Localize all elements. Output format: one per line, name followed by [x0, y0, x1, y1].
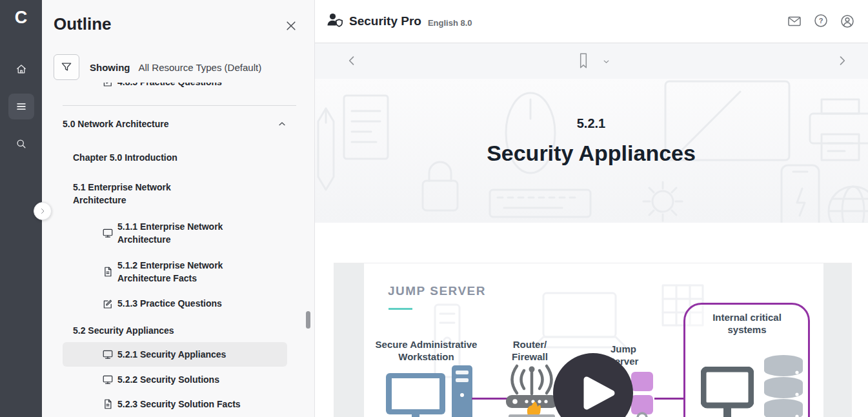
filter-button[interactable]: [54, 54, 79, 80]
play-button[interactable]: [553, 353, 633, 417]
router-firewall-label: Router/ Firewall: [504, 339, 556, 363]
outline-item[interactable]: 5.2.3 Security Solution Facts: [63, 398, 287, 411]
outline-filter-row: Showing All Resource Types (Default): [54, 54, 261, 80]
teal-accent-bar: [389, 308, 412, 310]
svg-text:?: ?: [819, 17, 823, 25]
course-header: Security Pro English 8.0 ?: [314, 0, 868, 43]
outline-item-label: 5.2.3 Security Solution Facts: [117, 398, 241, 411]
help-icon: ?: [813, 21, 829, 30]
panel-expand-button[interactable]: [34, 202, 52, 220]
outline-item[interactable]: 5.1.2 Enterprise Network Architecture Fa…: [63, 259, 287, 285]
search-icon: [15, 137, 28, 150]
account-icon: [840, 14, 855, 29]
funnel-icon: [60, 61, 73, 74]
outline-item-label: 5.1.2 Enterprise Network Architecture Fa…: [117, 259, 266, 285]
comptia-logo: C: [15, 9, 28, 26]
lesson-number: 5.2.1: [314, 116, 868, 131]
course-language-version: English 8.0: [428, 18, 472, 28]
outline-item-label: 5.2.1 Security Appliances: [117, 348, 226, 361]
outline-item[interactable]: 5.0 Network Architecture: [63, 117, 287, 130]
outline-item-label: 5.2 Security Appliances: [73, 324, 174, 337]
lesson-hero: 5.2.1 Security Appliances: [314, 79, 868, 223]
video-letterbox-right: [823, 263, 851, 417]
outline-item[interactable]: 5.2.1 Security Appliances: [63, 342, 287, 367]
outline-panel: Outline Showing All Resource Types (Defa…: [42, 0, 315, 417]
outline-item[interactable]: 5.1 Enterprise Network Architecture: [63, 181, 287, 207]
filter-value[interactable]: All Resource Types (Default): [139, 62, 262, 73]
bookmark-menu-button[interactable]: [602, 57, 611, 66]
outline-item[interactable]: 5.2.2 Security Solutions: [63, 373, 287, 386]
sidebar-search-button[interactable]: [8, 131, 34, 157]
help-button[interactable]: ?: [813, 13, 829, 30]
practice-icon: [102, 298, 114, 310]
envelope-icon: [787, 14, 802, 29]
outline-item-label: 5.2.2 Security Solutions: [117, 373, 219, 386]
sidebar-home-button[interactable]: [8, 56, 34, 82]
main-content: Security Pro English 8.0 ?: [314, 0, 868, 417]
messages-button[interactable]: [787, 14, 802, 29]
chevron-up-icon[interactable]: [277, 119, 287, 129]
chevron-right-icon: [39, 207, 46, 215]
header-actions: ?: [787, 13, 855, 30]
doc-icon: [102, 266, 114, 278]
course-title: Security Pro: [349, 14, 421, 28]
decorative-keyboard-icon: [489, 187, 592, 219]
account-button[interactable]: [840, 14, 855, 29]
practice-icon: [102, 83, 114, 88]
database-icon: [762, 354, 805, 417]
outline-list: 4.8.5 Practice Questions5.0 Network Arch…: [42, 83, 314, 417]
video-icon: [102, 227, 114, 239]
connector-line: [654, 398, 683, 400]
outline-item-label: 5.0 Network Architecture: [63, 117, 168, 130]
video-player: JUMP SERVER Secure Administrative Workst…: [334, 263, 852, 417]
close-outline-button[interactable]: [285, 19, 298, 32]
previous-resource-button[interactable]: [345, 54, 358, 67]
secure-workstation-icon: [386, 361, 474, 417]
jump-server-icon: [630, 372, 656, 417]
resource-navbar: [314, 43, 868, 79]
close-icon: [285, 19, 298, 32]
bookmark-icon: [575, 52, 592, 70]
bookmark-button[interactable]: [575, 52, 592, 70]
outline-title: Outline: [54, 14, 112, 34]
filter-showing-label: Showing: [90, 62, 130, 73]
outline-item[interactable]: 5.1.1 Enterprise Network Architecture: [63, 220, 287, 247]
video-icon: [102, 374, 114, 385]
hamburger-menu-icon: [15, 100, 28, 113]
security-pro-logo-icon: [326, 12, 344, 31]
outline-divider: [63, 105, 296, 106]
internal-systems-label: Internal critical systems: [694, 312, 800, 336]
outline-scrollbar-thumb[interactable]: [306, 311, 310, 329]
outline-item-label: 5.1 Enterprise Network Architecture: [73, 181, 221, 207]
video-icon: [102, 349, 114, 360]
outline-item[interactable]: Chapter 5.0 Introduction: [63, 151, 287, 164]
outline-item-label: 5.1.1 Enterprise Network Architecture: [117, 220, 266, 247]
outline-item[interactable]: 5.1.3 Practice Questions: [63, 297, 287, 310]
outline-item-label: 5.1.3 Practice Questions: [117, 297, 222, 310]
home-icon: [15, 63, 28, 76]
next-resource-button[interactable]: [836, 54, 849, 67]
video-diagram-heading: JUMP SERVER: [388, 284, 486, 298]
decorative-phone-icon: [778, 163, 823, 223]
chevron-right-icon: [836, 54, 849, 67]
decorative-globe-icon: [824, 182, 868, 223]
decorative-gear-icon: [637, 176, 689, 223]
outline-item[interactable]: 4.8.5 Practice Questions: [63, 83, 287, 92]
video-letterbox-left: [334, 263, 364, 417]
app-root: C Outline Showing All Resource Types (De…: [0, 0, 868, 417]
outline-item[interactable]: 5.2 Security Appliances: [63, 324, 287, 337]
chevron-down-icon: [602, 57, 611, 66]
outline-item-label: Chapter 5.0 Introduction: [73, 151, 177, 164]
internal-monitor-icon: [701, 367, 754, 417]
lesson-title: Security Appliances: [314, 141, 868, 166]
doc-icon: [102, 398, 114, 410]
outline-item-label: 4.8.5 Practice Questions: [117, 83, 222, 89]
sidebar-outline-button[interactable]: [8, 94, 34, 119]
workstation-label: Secure Administrative Workstation: [373, 339, 479, 363]
chevron-left-icon: [345, 54, 358, 67]
